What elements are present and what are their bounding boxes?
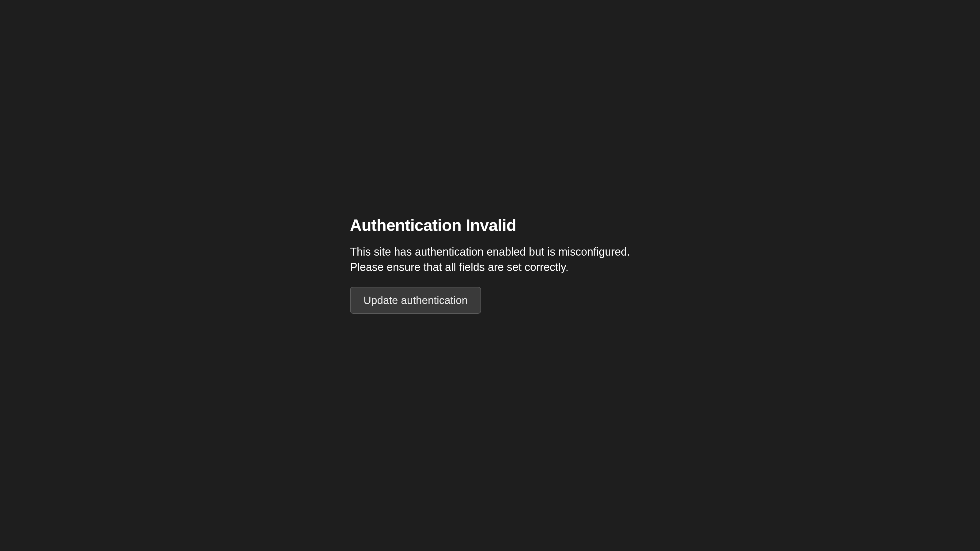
error-description: This site has authentication enabled but…	[350, 244, 630, 275]
update-authentication-button[interactable]: Update authentication	[350, 287, 481, 314]
error-description-line2: Please ensure that all fields are set co…	[350, 261, 569, 273]
error-title: Authentication Invalid	[350, 216, 516, 235]
error-message-container: Authentication Invalid This site has aut…	[350, 216, 630, 314]
error-description-line1: This site has authentication enabled but…	[350, 246, 630, 258]
